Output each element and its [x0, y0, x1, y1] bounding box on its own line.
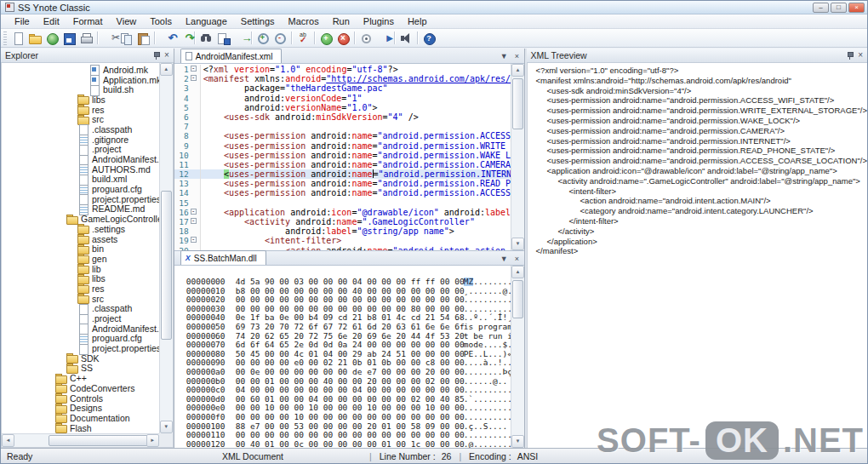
redo-button[interactable]	[174, 30, 191, 46]
explorer-item-project[interactable]: .project	[2, 145, 159, 155]
explorer-item-build-sh[interactable]: build.sh	[2, 84, 159, 95]
menu-language[interactable]: Language	[179, 15, 234, 27]
fold-marker[interactable]: -	[189, 65, 198, 74]
explorer-item-proguard-cfg[interactable]: proguard.cfg	[2, 334, 159, 344]
code-line-12[interactable]: 12 <uses-permission android:name="androi…	[174, 169, 511, 179]
explorer-item-classpath[interactable]: .classpath	[2, 304, 159, 314]
hex-row-00000120[interactable]: 0000012000 40 01 00 0c 00 00 00 00 00 01…	[174, 440, 511, 448]
close-panel-icon[interactable]: ×	[164, 51, 169, 60]
explorer-item-project-properties[interactable]: project.properties	[2, 343, 159, 353]
code-line-1[interactable]: 1-<?xml version="1.0" encoding="utf-8"?>	[174, 65, 511, 74]
explorer-item-bin[interactable]: bin	[2, 243, 159, 254]
code-line-8[interactable]: 8 <uses-permission android:name="android…	[174, 131, 511, 140]
menu-plugins[interactable]: Plugins	[357, 15, 401, 27]
explorer-vscrollbar[interactable]: ▲ ▼	[159, 63, 173, 433]
new-file-button[interactable]	[9, 30, 26, 46]
explorer-item-res[interactable]: res	[2, 105, 159, 115]
print-button[interactable]	[77, 30, 94, 46]
hex-vscrollbar[interactable]: ▲ ▼	[511, 266, 524, 448]
scroll-thumb[interactable]	[49, 435, 159, 446]
hex-row-000000a0[interactable]: 000000a000 0e 00 00 00 00 00 00 de e7 00…	[174, 368, 511, 377]
code-line-11[interactable]: 11 <uses-permission android:name="androi…	[174, 160, 511, 169]
tab-list-dropdown-icon[interactable]: ▼	[500, 51, 508, 61]
zoom-out-button[interactable]	[271, 30, 288, 46]
hex-row-000000f0[interactable]: 000000f000 00 00 00 10 00 00 00 00 00 00…	[174, 413, 511, 422]
explorer-item-libs[interactable]: libs	[2, 273, 159, 284]
explorer-item-gamelogiccontroller[interactable]: GameLogicController	[2, 214, 159, 224]
treeview-node[interactable]: <uses-sdk android:minSdkVersion="4"/>	[528, 86, 867, 96]
scroll-up-icon[interactable]: ▲	[511, 266, 524, 278]
treeview-node[interactable]: <uses-permission android:name="android.p…	[528, 156, 867, 166]
scroll-down-icon[interactable]: ▼	[511, 238, 524, 250]
code-line-10[interactable]: 10 <uses-permission android:name="androi…	[174, 151, 511, 160]
scroll-thumb[interactable]	[512, 280, 523, 318]
pin-icon[interactable]	[846, 51, 854, 60]
code-line-17[interactable]: 17- <activity android:name=".GameLogicCo…	[174, 217, 511, 226]
hex-row-00000050[interactable]: 0000005069 73 20 70 72 6f 67 72 61 6d 20…	[174, 323, 511, 332]
code-line-18[interactable]: 18 android:label="@string/app_name">	[174, 226, 511, 236]
menu-view[interactable]: View	[110, 15, 144, 27]
scroll-up-icon[interactable]: ▲	[511, 64, 524, 77]
explorer-item-res[interactable]: res	[2, 284, 159, 294]
treeview-node[interactable]: <?xml version="1.0" encoding="utf-8"?>	[528, 66, 867, 76]
treeview-node[interactable]: <action android:name="android.intent.act…	[528, 196, 867, 206]
explorer-item-codeconverters[interactable]: CodeConverters	[2, 383, 159, 393]
menu-macros[interactable]: Macros	[282, 15, 326, 27]
explorer-item-designs[interactable]: Designs	[2, 403, 159, 413]
editor-vscrollbar[interactable]: ▲ ▼	[511, 64, 524, 250]
code-line-13[interactable]: 13 <uses-permission android:name="androi…	[174, 179, 511, 188]
paste-button[interactable]	[134, 30, 151, 46]
treeview-node[interactable]: <intent-filter>	[528, 186, 867, 197]
explorer-item-documentation[interactable]: Documentation	[2, 413, 159, 423]
add-button[interactable]	[317, 30, 334, 46]
menu-tools[interactable]: Tools	[143, 15, 179, 27]
treeview-node[interactable]: <activity android:name=".GameLogicContro…	[528, 176, 867, 186]
treeview-node[interactable]: <category android:name="android.intent.c…	[528, 206, 867, 216]
explorer-item-settings[interactable]: .settings	[2, 224, 159, 234]
explorer-item-androidmanifest-xml[interactable]: AndroidManifest.xml	[2, 324, 159, 334]
explorer-item-androidmanifest-xml[interactable]: AndroidManifest.xml	[2, 154, 159, 164]
explorer-item-src[interactable]: src	[2, 294, 159, 304]
xml-editor[interactable]: 1-<?xml version="1.0" encoding="utf-8"?>…	[174, 64, 524, 250]
save-as-button[interactable]	[214, 30, 231, 46]
treeview-node[interactable]: <application android:icon="@drawable/ico…	[528, 166, 867, 176]
scroll-down-icon[interactable]: ▼	[160, 421, 173, 433]
explorer-item-readme-md[interactable]: README.md	[2, 204, 159, 215]
code-line-16[interactable]: 16- <application android:icon="@drawable…	[174, 208, 511, 217]
explorer-item-c[interactable]: C++	[2, 373, 159, 383]
explorer-item-lib[interactable]: lib	[2, 264, 159, 274]
explorer-item-sdk[interactable]: SDK	[2, 353, 159, 364]
code-line-4[interactable]: 4 android:versionCode="1"	[174, 94, 511, 103]
open-file-button[interactable]	[26, 30, 43, 46]
toolbar-grip[interactable]	[3, 32, 7, 45]
go-button[interactable]	[231, 30, 248, 46]
explorer-item-application-mk[interactable]: Application.mk	[2, 75, 159, 85]
treeview-node[interactable]: <uses-permission android:name="android.p…	[528, 126, 867, 136]
explorer-item-libs[interactable]: libs	[2, 95, 159, 105]
explorer-item-gitignore[interactable]: .gitignore	[2, 135, 159, 145]
scroll-up-icon[interactable]: ▲	[160, 63, 173, 76]
spell-check-button[interactable]	[294, 30, 311, 46]
scroll-down-icon[interactable]: ▼	[511, 435, 524, 448]
sound-button[interactable]	[397, 30, 414, 46]
menu-settings[interactable]: Settings	[234, 15, 282, 27]
scroll-left-icon[interactable]: ◄	[2, 434, 14, 447]
scroll-thumb[interactable]	[512, 78, 523, 129]
code-line-14[interactable]: 14 <uses-permission android:name="androi…	[174, 188, 511, 198]
explorer-item-project-properties[interactable]: project.properties	[2, 194, 159, 204]
treeview-node[interactable]: </application>	[528, 237, 867, 247]
code-line-15[interactable]: 15	[174, 198, 511, 208]
tab-close-icon[interactable]: ×	[515, 254, 519, 264]
fold-marker[interactable]: -	[189, 236, 198, 245]
record-macro-button[interactable]	[357, 30, 374, 46]
treeview-node[interactable]: <uses-permission android:name="android.p…	[528, 136, 867, 146]
explorer-item-build-xml[interactable]: build.xml	[2, 175, 159, 185]
open-web-button[interactable]	[43, 30, 60, 46]
code-line-7[interactable]: 7	[174, 122, 511, 131]
menu-help[interactable]: Help	[401, 15, 434, 27]
treeview-node[interactable]: <uses-permission android:name="android.p…	[528, 146, 867, 156]
code-line-6[interactable]: 6 <uses-sdk android:minSdkVersion="4" />	[174, 112, 511, 122]
zoom-in-button[interactable]	[254, 30, 271, 46]
save-button[interactable]	[60, 30, 77, 46]
explorer-item-classpath[interactable]: .classpath	[2, 124, 159, 135]
